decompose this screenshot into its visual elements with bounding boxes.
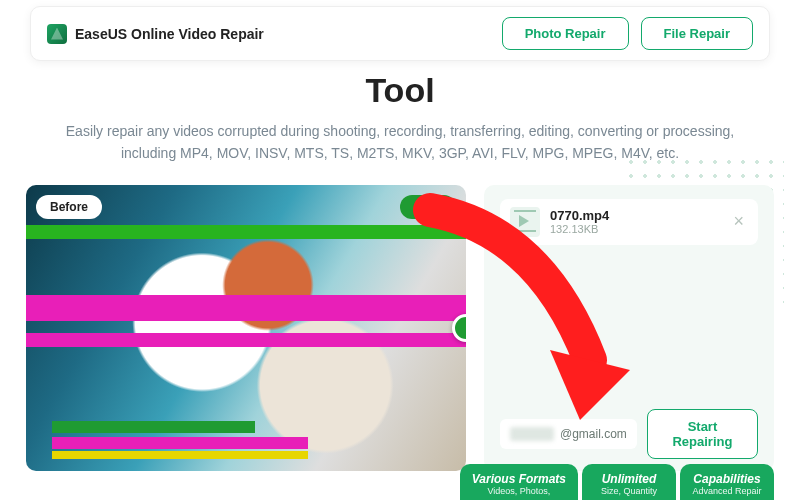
- file-name: 0770.mp4: [550, 208, 609, 223]
- upload-panel: 0770.mp4 132.13KB × @gmail.com Start Rep…: [484, 185, 774, 471]
- feature-title: Various Formats: [472, 472, 566, 486]
- feature-card: Unlimited Size, Quantity: [582, 464, 676, 500]
- brand: EaseUS Online Video Repair: [47, 24, 264, 44]
- brand-name: EaseUS Online Video Repair: [75, 26, 264, 42]
- feature-card: Capabilities Advanced Repair: [680, 464, 774, 500]
- feature-sub: Videos, Photos,: [472, 486, 566, 496]
- email-field[interactable]: @gmail.com: [500, 419, 637, 449]
- page-description: Easily repair any videos corrupted durin…: [50, 120, 750, 165]
- hero: Tool Easily repair any videos corrupted …: [0, 71, 800, 165]
- email-redacted: [510, 427, 554, 441]
- feature-card: Various Formats Videos, Photos,: [460, 464, 578, 500]
- glitch-bar: [26, 225, 466, 239]
- file-row: 0770.mp4 132.13KB ×: [500, 199, 758, 245]
- file-repair-button[interactable]: File Repair: [641, 17, 753, 50]
- top-bar: EaseUS Online Video Repair Photo Repair …: [30, 6, 770, 61]
- feature-title: Capabilities: [692, 472, 762, 486]
- after-badge: After: [400, 195, 456, 219]
- file-size: 132.13KB: [550, 223, 609, 235]
- feature-title: Unlimited: [594, 472, 664, 486]
- feature-sub: Size, Quantity: [594, 486, 664, 496]
- glitch-bar: [52, 421, 254, 433]
- logo-icon: [47, 24, 67, 44]
- glitch-bar: [26, 295, 466, 321]
- email-domain: @gmail.com: [560, 427, 627, 441]
- remove-file-button[interactable]: ×: [729, 211, 748, 232]
- page-title: Tool: [50, 71, 750, 110]
- photo-repair-button[interactable]: Photo Repair: [502, 17, 629, 50]
- feature-strip: Various Formats Videos, Photos, Unlimite…: [460, 464, 774, 500]
- before-badge: Before: [36, 195, 102, 219]
- glitch-bar: [52, 437, 307, 449]
- glitch-bar: [52, 451, 307, 459]
- feature-sub: Advanced Repair: [692, 486, 762, 496]
- start-repairing-button[interactable]: Start Repairing: [647, 409, 758, 459]
- before-after-preview: Before After: [26, 185, 466, 471]
- video-file-icon: [510, 207, 540, 237]
- glitch-bar: [26, 333, 466, 347]
